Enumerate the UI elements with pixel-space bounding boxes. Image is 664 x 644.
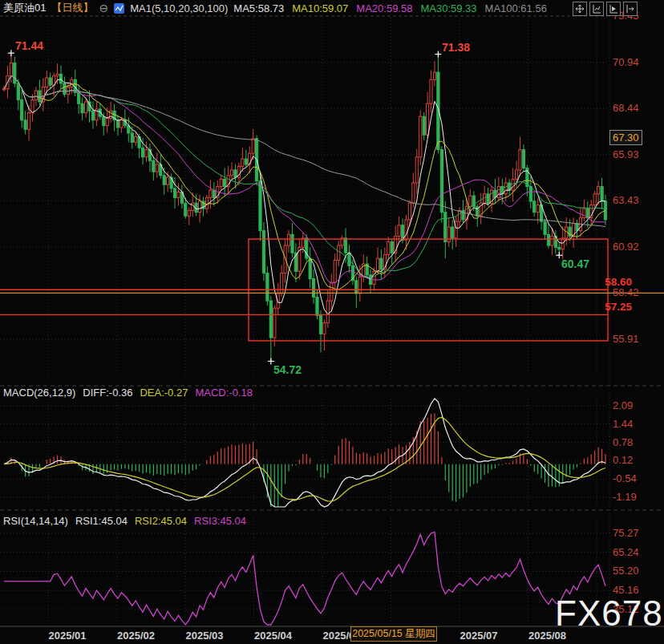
price-tick-label: 68.44 — [613, 102, 639, 114]
rsi-value: RSI3:45.04 — [194, 515, 246, 527]
period-label[interactable]: 【日线】 — [51, 1, 93, 15]
price-tick-label: 55.91 — [613, 333, 639, 345]
month-label: 2025/04 — [254, 630, 292, 642]
rsi-value: RSI1:45.04 — [75, 515, 128, 527]
symbol-name[interactable]: 美原油01 — [3, 1, 46, 15]
chart-header: 美原油01 【日线】 ⊖ MA1(5,10,20,30,100) MA5:58.… — [3, 0, 547, 16]
macd-tick-label: -0.54 — [613, 472, 637, 484]
crosshair-date-box: 2025/05/15 星期四 — [350, 626, 437, 642]
hline-price-label: 57.25 — [598, 301, 632, 313]
goto-latest-icon[interactable] — [623, 2, 638, 16]
macd-header: MACD(26,12,9)DIFF:-0.36DEA:-0.27MACD:-0.… — [3, 387, 253, 399]
extreme-price-label: 60.47 — [561, 257, 589, 270]
extreme-price-label: 71.38 — [442, 41, 470, 54]
macd-tick-label: 2.09 — [613, 399, 633, 411]
chart-toolbar — [573, 2, 638, 16]
scale-range-icon[interactable] — [589, 2, 604, 16]
month-label: 2025/03 — [186, 630, 224, 642]
macd-value: DEA:-0.27 — [140, 387, 188, 399]
ma-value: MA100:61.56 — [485, 2, 547, 14]
rsi-tick-label: 75.27 — [613, 527, 639, 539]
hline-price-label: 58.60 — [598, 276, 632, 288]
ma-indicator-icon — [114, 3, 124, 14]
macd-tick-label: -1.19 — [613, 491, 637, 503]
ma-value: MA5:58.73 — [233, 2, 284, 14]
macd-tick-label: 0.12 — [613, 454, 633, 466]
month-label: 2025/02 — [117, 630, 155, 642]
rsi-value: RSI(14,14,14) — [3, 515, 68, 527]
price-tick-label: 70.94 — [613, 56, 639, 68]
rsi-header: RSI(14,14,14)RSI1:45.04RSI2:45.04RSI3:45… — [3, 515, 246, 527]
price-tick-label: 65.93 — [613, 148, 639, 160]
crosshair-price-box: 67.30 — [609, 130, 642, 145]
macd-value: MACD(26,12,9) — [3, 387, 75, 399]
watermark: FX678 — [555, 593, 663, 634]
play-forward-icon[interactable] — [606, 2, 621, 16]
month-label: 2025/01 — [49, 630, 87, 642]
macd-value: MACD:-0.18 — [195, 387, 253, 399]
pan-icon[interactable] — [573, 2, 587, 16]
macd-value: DIFF:-0.36 — [83, 387, 132, 399]
macd-tick-label: 1.44 — [613, 418, 633, 430]
rsi-tick-label: 65.24 — [613, 546, 639, 558]
ma-value: MA10:59.07 — [292, 2, 348, 14]
price-tick-label: 58.42 — [613, 286, 639, 298]
macd-tick-label: 0.78 — [613, 436, 633, 448]
extreme-price-label: 71.44 — [15, 39, 43, 52]
ma-value: MA30:59.33 — [420, 2, 476, 14]
extreme-price-label: 54.72 — [273, 363, 302, 376]
collapse-icon[interactable]: ⊖ — [99, 2, 108, 14]
rsi-value: RSI2:45.04 — [135, 515, 187, 527]
ma-values: MA5:58.73MA10:59.07MA20:59.58MA30:59.33M… — [233, 2, 547, 14]
price-tick-label: 60.92 — [613, 241, 639, 253]
month-label: 2025/07 — [460, 630, 498, 642]
ma-value: MA20:59.58 — [356, 2, 412, 14]
price-tick-label: 63.43 — [613, 194, 639, 206]
chart-canvas[interactable] — [0, 0, 664, 644]
trading-chart-app: 美原油01 【日线】 ⊖ MA1(5,10,20,30,100) MA5:58.… — [0, 0, 664, 644]
rsi-tick-label: 55.20 — [613, 565, 639, 577]
ma-settings-label: MA1(5,10,20,30,100) — [130, 2, 228, 14]
